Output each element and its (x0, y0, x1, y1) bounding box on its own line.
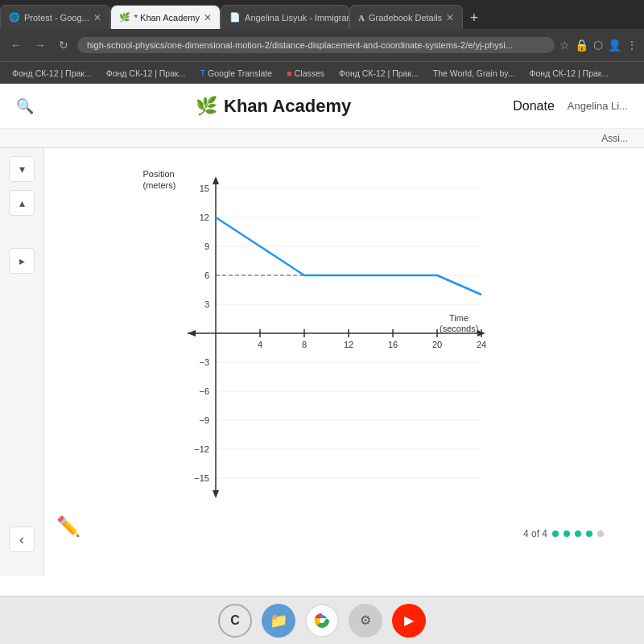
chromebook-icon[interactable]: C (218, 604, 252, 638)
tab-label-ka: * Khan Academy (134, 13, 200, 23)
y-axis-label: Position (meters) (143, 168, 176, 192)
tab-label-gradebook: Gradebook Details (369, 13, 442, 23)
collapse-up-button[interactable]: ▴ (9, 190, 35, 216)
tab-favicon: 🌐 (9, 12, 20, 23)
page-counter-label: 4 of 4 (523, 528, 547, 539)
bookmark-5[interactable]: Фонд СК-12 | Прак... (524, 67, 615, 80)
bookmark-classes-label: Classes (295, 68, 324, 78)
profile-icon[interactable]: 👤 (608, 39, 621, 52)
bookmark-5-label: Фонд СК-12 | Прак... (530, 68, 609, 78)
tab-bar: 🌐 Protest - Goog... ✕ 🌿 * Khan Academy ✕… (0, 0, 644, 29)
svg-text:(seconds): (seconds) (440, 324, 478, 333)
svg-text:16: 16 (387, 340, 397, 349)
svg-text:−15: −15 (194, 473, 209, 483)
assignment-bar: Assi... (0, 129, 644, 148)
settings-icon[interactable]: ⚙ (349, 604, 382, 638)
forward-button[interactable]: → (31, 36, 50, 54)
svg-text:9: 9 (204, 242, 208, 251)
star-icon[interactable]: ☆ (559, 39, 570, 52)
svg-marker-12 (213, 176, 219, 184)
tab-favicon-angelina: 📄 (229, 12, 241, 23)
ka-logo: 🌿 Khan Academy (196, 96, 351, 117)
left-nav-button[interactable]: ‹ (9, 526, 35, 552)
back-button[interactable]: ← (6, 36, 26, 54)
tab-gradebook[interactable]: A Gradebook Details ✕ (349, 5, 463, 29)
reload-button[interactable]: ↻ (55, 36, 72, 54)
tab-label: Protest - Goog... (24, 13, 89, 23)
tab-close-gradebook[interactable]: ✕ (446, 12, 454, 23)
translate-icon: T (200, 68, 205, 78)
svg-text:Time: Time (449, 313, 469, 323)
ka-header: 🔍 🌿 Khan Academy Donate Angelina Li... (0, 84, 644, 129)
tab-favicon-gradebook: A (358, 13, 365, 23)
ka-logo-text: Khan Academy (224, 96, 351, 117)
svg-text:−6: −6 (199, 386, 209, 396)
svg-text:8: 8 (301, 340, 306, 349)
svg-text:20: 20 (431, 340, 441, 349)
taskbar: C 📁 ⚙ ▶ (0, 596, 644, 644)
page-content: 🔍 🌿 Khan Academy Donate Angelina Li... A… (0, 84, 644, 596)
ka-logo-icon: 🌿 (196, 96, 217, 117)
assignment-label: Assi... (601, 133, 628, 144)
bookmark-4[interactable]: Фонд СК-12 | Прак... (333, 67, 424, 80)
user-name[interactable]: Angelina Li... (568, 100, 628, 112)
tab-protest[interactable]: 🌐 Protest - Goog... ✕ (0, 5, 110, 29)
bookmark-world-label: The World, Grain by... (433, 68, 515, 78)
ka-nav-right: Donate Angelina Li... (513, 99, 628, 114)
browser-icons: ☆ 🔒 ⬡ 👤 ⋮ (559, 39, 638, 52)
svg-text:24: 24 (476, 340, 485, 349)
graph-area: Position (meters) (44, 148, 644, 576)
extension-icon[interactable]: ⬡ (593, 39, 603, 52)
url-bar: ← → ↻ ☆ 🔒 ⬡ 👤 ⋮ (0, 29, 644, 61)
bookmark-classes[interactable]: ■ Classes (281, 67, 330, 80)
browser-chrome: 🌐 Protest - Goog... ✕ 🌿 * Khan Academy ✕… (0, 0, 644, 84)
pencil-icon[interactable]: ✏️ (56, 515, 80, 538)
graph-svg: 15 12 9 6 3 −3 −6 −9 −12 −15 4 8 (175, 164, 522, 502)
lock-icon: 🔒 (575, 39, 588, 52)
svg-text:12: 12 (343, 340, 353, 349)
tab-label-angelina: Angelina Lisyuk - Immigrant P... (245, 13, 349, 23)
svg-text:−9: −9 (199, 415, 209, 425)
files-icon[interactable]: 📁 (262, 604, 295, 638)
collapse-down-button[interactable]: ▾ (9, 156, 35, 182)
svg-text:12: 12 (199, 213, 208, 222)
new-tab-button[interactable]: + (463, 6, 485, 29)
dot-1 (552, 530, 559, 537)
svg-point-43 (320, 618, 324, 623)
y-axis-label-line2: (meters) (143, 180, 176, 190)
page-counter: 4 of 4 (523, 528, 604, 539)
left-sidebar: ▾ ▴ ▸ ‹ (0, 148, 44, 576)
classes-icon: ■ (287, 68, 292, 78)
svg-text:4: 4 (257, 340, 262, 349)
bookmark-google-translate[interactable]: T Google Translate (194, 67, 278, 80)
bookmark-google-translate-label: Google Translate (208, 68, 272, 78)
svg-text:−3: −3 (199, 357, 209, 367)
youtube-icon[interactable]: ▶ (392, 604, 426, 638)
bookmark-1[interactable]: Фонд СК-12 | Прак... (6, 67, 97, 80)
tab-angelina[interactable]: 📄 Angelina Lisyuk - Immigrant P... ✕ (221, 5, 349, 29)
bookmark-4-label: Фонд СК-12 | Прак... (339, 68, 419, 78)
svg-text:15: 15 (199, 184, 208, 193)
main-content: ▾ ▴ ▸ ‹ Position (meters) (0, 148, 644, 576)
chrome-icon[interactable] (305, 604, 339, 638)
tab-close-ka[interactable]: ✕ (204, 12, 212, 23)
tab-close-protest[interactable]: ✕ (93, 12, 101, 23)
tab-khan-academy[interactable]: 🌿 * Khan Academy ✕ (110, 5, 221, 29)
bookmark-world[interactable]: The World, Grain by... (427, 67, 521, 80)
bookmark-2[interactable]: Фонд СК-12 | Прак... (101, 67, 192, 80)
svg-text:−12: −12 (194, 444, 209, 454)
expand-right-button[interactable]: ▸ (9, 248, 35, 274)
svg-text:6: 6 (204, 270, 208, 280)
tab-favicon-ka: 🌿 (119, 12, 130, 23)
search-icon[interactable]: 🔍 (16, 97, 34, 115)
dot-2 (564, 530, 570, 537)
bookmarks-bar: Фонд СК-12 | Прак... Фонд СК-12 | Прак..… (0, 61, 644, 84)
dot-5 (597, 530, 604, 537)
y-axis-label-line1: Position (143, 169, 175, 179)
url-input[interactable] (77, 37, 555, 53)
dot-3 (575, 530, 581, 537)
menu-icon[interactable]: ⋮ (626, 39, 638, 52)
donate-button[interactable]: Donate (513, 99, 555, 114)
bookmark-2-label: Фонд СК-12 | Прак... (106, 68, 186, 78)
svg-marker-13 (213, 490, 219, 498)
